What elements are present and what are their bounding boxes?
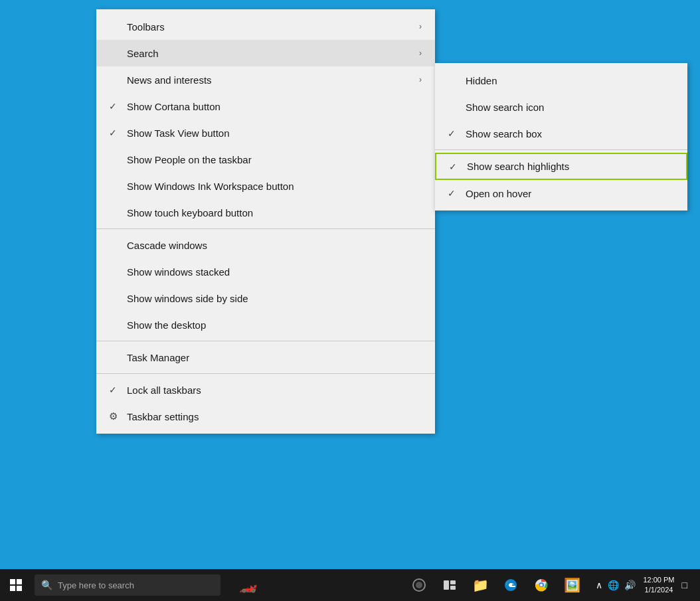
gear-icon: ⚙ [107,410,119,422]
system-tray: ∧ 🌐 🔊 12:00 PM 1/1/2024 □ [588,575,695,596]
submenu-label-searchicon: Show search icon [466,102,544,113]
menu-label-cascade: Cascade windows [127,240,207,251]
menu-item-sidebyside[interactable]: Show windows side by side [96,285,435,311]
check-searchbox: ✓ [446,128,458,139]
search-icon: 🔍 [41,580,52,590]
menu-item-search[interactable]: Search › [96,40,435,66]
svg-rect-2 [444,580,449,590]
divider-1 [96,228,435,229]
taskbar-app-party[interactable]: 🏎️ [234,569,262,601]
photos-icon: 🖼️ [564,577,580,593]
edge-browser-icon [503,578,518,592]
submenu-divider-1 [435,149,687,150]
menu-item-ink[interactable]: Show Windows Ink Workspace button [96,173,435,199]
menu-label-taskbarsettings: Taskbar settings [127,411,199,422]
submenu-item-hidden[interactable]: Hidden [435,67,687,94]
svg-rect-3 [450,580,456,584]
submenu-label-searchhighlights: Show search highlights [467,161,569,172]
taskbar-search-placeholder: Type here to search [58,580,134,590]
party-car-icon: 🏎️ [239,576,257,594]
tray-notification-icon[interactable]: □ [680,580,689,590]
taskbar: 🔍 Type here to search 🏎️ [0,569,700,601]
submenu-label-openonhover: Open on hover [466,188,531,199]
submenu-item-searchbox[interactable]: ✓ Show search box [435,120,687,147]
search-submenu: Hidden Show search icon ✓ Show search bo… [435,63,687,211]
svg-rect-4 [450,586,456,590]
menu-item-news[interactable]: News and interests › [96,66,435,93]
submenu-label-hidden: Hidden [466,75,497,86]
task-view-button[interactable] [436,569,464,601]
menu-item-taskmanager[interactable]: Task Manager [96,344,435,371]
menu-label-people: Show People on the taskbar [127,154,252,165]
check-openonhover: ✓ [446,188,458,199]
windows-logo-icon [10,579,22,591]
menu-item-people[interactable]: Show People on the taskbar [96,146,435,173]
menu-item-toolbars[interactable]: Toolbars › [96,13,435,40]
menu-label-showdesktop: Show the desktop [127,319,206,331]
menu-label-toolbars: Toolbars [127,21,165,33]
divider-3 [96,373,435,374]
task-view-icon [443,578,456,592]
tray-speaker-icon[interactable]: 🔊 [622,580,638,590]
desktop: Toolbars › Search › News and interests ›… [0,0,700,601]
taskbar-search-bar[interactable]: 🔍 Type here to search [35,574,220,596]
tray-up-icon[interactable]: ∧ [594,580,604,590]
menu-label-taskview: Show Task View button [127,128,230,139]
menu-item-cascade[interactable]: Cascade windows [96,232,435,258]
check-locktaskbars: ✓ [107,385,119,395]
menu-label-stacked: Show windows stacked [127,266,230,278]
check-searchhighlights: ✓ [447,161,459,172]
tray-clock[interactable]: 12:00 PM 1/1/2024 [639,575,678,596]
submenu-item-openonhover[interactable]: ✓ Open on hover [435,180,687,207]
menu-label-touch: Show touch keyboard button [127,207,253,218]
submenu-label-searchbox: Show search box [466,128,542,139]
menu-item-showdesktop[interactable]: Show the desktop [96,311,435,338]
arrow-toolbars: › [419,22,422,31]
menu-item-taskbarsettings[interactable]: ⚙ Taskbar settings [96,403,435,430]
chrome-browser-button[interactable] [527,569,555,601]
menu-item-cortana[interactable]: ✓ Show Cortana button [96,93,435,120]
context-menu: Toolbars › Search › News and interests ›… [96,9,435,434]
chrome-browser-icon [534,578,549,592]
file-explorer-button[interactable]: 📁 [466,569,494,601]
menu-label-taskmanager: Task Manager [127,352,189,363]
cortana-circle-icon [412,578,426,592]
menu-label-sidebyside: Show windows side by side [127,293,248,304]
edge-browser-button[interactable] [497,569,525,601]
tray-time-display: 12:00 PM [643,575,674,585]
tray-date-display: 1/1/2024 [643,585,674,595]
start-button[interactable] [0,569,32,601]
check-taskview: ✓ [107,128,119,138]
submenu-item-searchhighlights[interactable]: ✓ Show search highlights [435,153,687,180]
photos-app-button[interactable]: 🖼️ [558,569,586,601]
menu-item-locktaskbars[interactable]: ✓ Lock all taskbars [96,377,435,403]
cortana-button[interactable] [405,569,433,601]
svg-point-1 [416,582,422,588]
arrow-news: › [419,75,422,84]
tray-network-icon[interactable]: 🌐 [606,580,621,590]
menu-item-touch[interactable]: Show touch keyboard button [96,199,435,226]
menu-label-news: News and interests [127,74,212,86]
arrow-search: › [419,48,422,58]
file-explorer-icon: 📁 [472,577,489,593]
taskbar-right-icons: 📁 [405,569,700,601]
check-cortana: ✓ [107,101,119,112]
menu-item-stacked[interactable]: Show windows stacked [96,258,435,285]
menu-item-taskview[interactable]: ✓ Show Task View button [96,120,435,146]
menu-label-ink: Show Windows Ink Workspace button [127,181,294,192]
divider-2 [96,341,435,341]
svg-point-8 [540,584,543,586]
menu-label-locktaskbars: Lock all taskbars [127,385,201,396]
menu-label-cortana: Show Cortana button [127,101,220,112]
submenu-item-searchicon[interactable]: Show search icon [435,94,687,120]
taskbar-center-apps: 🏎️ [234,569,262,601]
menu-label-search: Search [127,48,159,59]
